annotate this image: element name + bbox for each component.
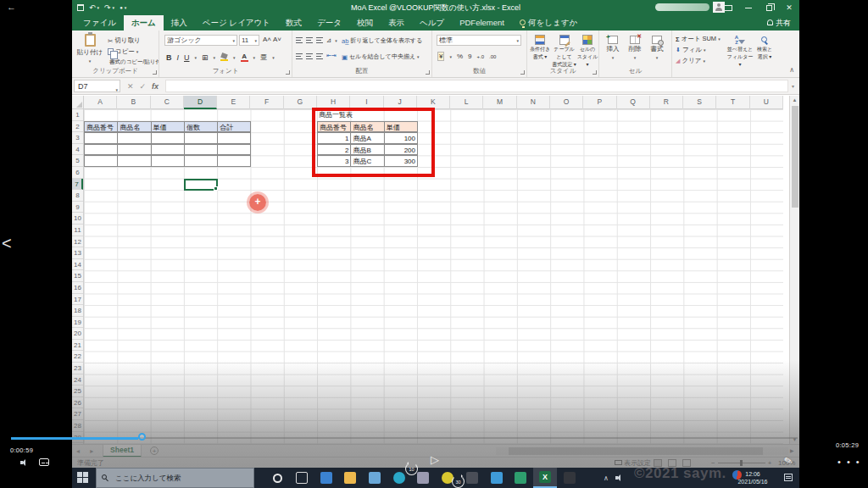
row-header-11[interactable]: 11 [72, 225, 83, 236]
tab-数式[interactable]: 数式 [278, 15, 309, 30]
column-header-P[interactable]: P [583, 96, 616, 109]
close-button[interactable]: ✕ [779, 0, 799, 15]
taskbar-icon-app-green[interactable] [509, 468, 533, 488]
restore-button[interactable] [759, 0, 779, 15]
font-color-button[interactable]: A [241, 53, 248, 62]
horizontal-scrollbar[interactable] [496, 447, 788, 455]
fill-button[interactable]: ⬇フィル▾ [676, 46, 705, 54]
sheet-nav-icons[interactable]: ◂ ▸ [76, 445, 97, 458]
column-header-O[interactable]: O [550, 96, 583, 109]
previous-chevron-icon[interactable]: < [2, 234, 12, 253]
left-table-cell[interactable] [151, 132, 185, 144]
font-size-select[interactable]: 11▾ [239, 35, 259, 46]
cancel-icon[interactable]: ✕ [127, 82, 134, 91]
name-box[interactable]: D7▾ [74, 80, 120, 92]
column-header-C[interactable]: C [151, 96, 184, 109]
taskbar-icon-cortana[interactable] [265, 468, 290, 488]
column-header-U[interactable]: U [750, 96, 783, 109]
row-header-14[interactable]: 14 [72, 259, 83, 271]
row-header-23[interactable]: 23 [72, 363, 83, 374]
tab-ホーム[interactable]: ホーム [124, 15, 164, 30]
left-table-cell[interactable] [117, 144, 151, 156]
conditional-formatting-button[interactable]: 条件付き書式 ▾ [528, 35, 552, 61]
vertical-scrollbar[interactable]: ▲ ▼ [789, 96, 799, 444]
enter-icon[interactable]: ✓ [140, 82, 147, 91]
format-cells-button[interactable]: 書式▾ [647, 36, 667, 61]
taskbar-icon-photos[interactable] [314, 468, 338, 488]
cut-button[interactable]: ✂切り取り [108, 36, 141, 45]
number-format-select[interactable]: 標準▾ [437, 35, 521, 46]
borders-button[interactable]: ⊞ [202, 53, 209, 62]
copy-button[interactable]: コピー▾ [108, 47, 138, 56]
account-name-pill[interactable] [655, 3, 709, 11]
delete-cells-button[interactable]: 削除▾ [625, 36, 645, 61]
left-table-cell[interactable] [84, 155, 118, 167]
italic-button[interactable]: I [177, 53, 180, 62]
row-header-6[interactable]: 6 [72, 167, 83, 179]
column-header-D[interactable]: D [184, 96, 217, 109]
column-header-Q[interactable]: Q [617, 96, 650, 109]
new-sheet-icon[interactable]: + [150, 446, 159, 455]
row-header-12[interactable]: 12 [72, 236, 83, 248]
progress-handle[interactable] [138, 433, 146, 441]
column-header-S[interactable]: S [683, 96, 716, 109]
tab-PDFelement[interactable]: PDFelement [452, 15, 512, 30]
rewind-10-button[interactable]: 10 [405, 463, 418, 475]
format-painter-button[interactable]: 書式のコピー/貼り付け [108, 58, 159, 66]
cell-styles-button[interactable]: セルのスタイル ▾ [576, 35, 598, 67]
row-header-20[interactable]: 20 [72, 328, 83, 340]
font-name-select[interactable]: 游ゴシック▾ [164, 35, 237, 46]
row-header-3[interactable]: 3 [72, 132, 83, 144]
left-table-cell[interactable] [217, 132, 251, 144]
tab-校閲[interactable]: 校閲 [349, 15, 381, 30]
align-bottom-icon[interactable] [316, 37, 323, 43]
percent-button[interactable]: % [457, 53, 463, 60]
decrease-decimal-button[interactable]: .00 [489, 54, 496, 59]
styles-dialog-launcher-icon[interactable] [593, 70, 597, 75]
formula-bar-expand-icon[interactable]: ▾ [792, 83, 794, 89]
left-table-cell[interactable] [117, 155, 151, 167]
phonetic-button[interactable]: 亜 [260, 53, 267, 62]
paste-button[interactable]: 貼り付け▾ [75, 34, 105, 64]
row-header-8[interactable]: 8 [72, 190, 83, 202]
align-top-icon[interactable] [296, 37, 303, 43]
find-select-button[interactable]: 検索と選択 ▾ [754, 35, 776, 61]
selected-cell-D7[interactable] [184, 179, 218, 191]
left-table-cell[interactable] [184, 155, 218, 167]
player-volume-icon[interactable] [20, 458, 28, 466]
column-header-F[interactable]: F [250, 96, 283, 109]
row-header-19[interactable]: 19 [72, 317, 83, 329]
alignment-dialog-launcher-icon[interactable] [426, 70, 430, 75]
column-header-L[interactable]: L [450, 96, 483, 109]
tab-データ[interactable]: データ [309, 15, 349, 30]
tab-表示[interactable]: 表示 [381, 15, 412, 30]
merge-center-button[interactable]: ▣セルを結合して中央揃え▾ [342, 53, 420, 61]
left-table-cell[interactable] [184, 132, 218, 144]
insert-function-icon[interactable]: fx [152, 82, 159, 91]
row-header-25[interactable]: 25 [72, 385, 83, 397]
column-header-B[interactable]: B [117, 96, 150, 109]
fill-color-icon[interactable] [220, 53, 228, 61]
taskbar-icon-excel[interactable]: X [533, 468, 558, 488]
wrap-text-button[interactable]: ab̲折り返して全体を表示する [342, 36, 422, 45]
format-as-table-button[interactable]: テーブルとして書式設定 ▾ [552, 35, 576, 69]
comma-button[interactable]: 9 [468, 53, 471, 60]
select-all-corner[interactable] [72, 96, 84, 109]
row-header-18[interactable]: 18 [72, 305, 83, 317]
column-header-A[interactable]: A [84, 96, 117, 109]
taskbar-search-input[interactable]: ここに入力して検索 [96, 468, 254, 488]
row-header-26[interactable]: 26 [72, 397, 83, 409]
insert-cells-button[interactable]: 挿入▾ [603, 36, 623, 61]
ribbon-display-options-button[interactable] [718, 0, 738, 15]
column-header-T[interactable]: T [716, 96, 749, 109]
row-header-24[interactable]: 24 [72, 374, 83, 386]
horizontal-scroll-thumb[interactable] [509, 447, 763, 455]
play-button[interactable]: ▷ [431, 454, 439, 466]
tab-ページ レイアウト[interactable]: ページ レイアウト [195, 15, 278, 30]
minimize-button[interactable] [738, 0, 759, 15]
number-dialog-launcher-icon[interactable] [520, 70, 525, 75]
taskbar-icon-store[interactable] [363, 468, 387, 488]
row-header-9[interactable]: 9 [72, 202, 83, 214]
column-header-R[interactable]: R [650, 96, 683, 109]
volume-icon[interactable] [615, 474, 623, 482]
